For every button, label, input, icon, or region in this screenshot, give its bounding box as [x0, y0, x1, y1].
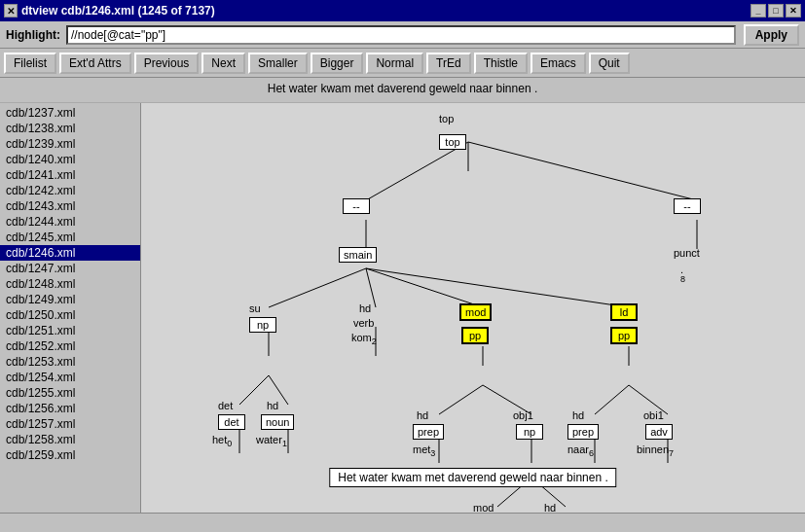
- app-title: dtview cdb/1246.xml (1245 of 7137): [21, 4, 215, 18]
- file-item[interactable]: cdb/1249.xml: [0, 292, 140, 307]
- quit-button[interactable]: Quit: [589, 53, 630, 74]
- tred-button[interactable]: TrEd: [426, 53, 471, 74]
- apply-button[interactable]: Apply: [744, 24, 799, 46]
- node-naar: naar6: [567, 443, 594, 458]
- next-button[interactable]: Next: [201, 53, 245, 74]
- node-obj1-pp1-cat: np: [516, 424, 543, 440]
- extd-attrs-button[interactable]: Ext'd Attrs: [59, 53, 131, 74]
- node-binnen: binnen7: [637, 443, 674, 458]
- file-item[interactable]: cdb/1248.xml: [0, 276, 140, 292]
- node-hd-np-role: hd: [267, 400, 278, 411]
- file-item[interactable]: cdb/1241.xml: [0, 167, 140, 183]
- file-item[interactable]: cdb/1244.xml: [0, 214, 140, 230]
- svg-line-7: [366, 268, 483, 307]
- node-dash-left: --: [343, 198, 370, 214]
- file-item[interactable]: cdb/1238.xml: [0, 121, 140, 136]
- node-ld-label: ld: [610, 303, 638, 321]
- svg-line-15: [439, 385, 483, 414]
- file-list[interactable]: cdb/1237.xmlcdb/1238.xmlcdb/1239.xmlcdb/…: [0, 103, 141, 513]
- status-bar: [0, 513, 805, 532]
- highlight-input[interactable]: [66, 25, 736, 45]
- tree-canvas: top top -- -- smain punct .: [152, 113, 794, 502]
- file-item[interactable]: cdb/1246.xml: [0, 245, 140, 261]
- node-obi1-role: obi1: [643, 409, 664, 421]
- node-hd-pp1-cat: prep: [413, 424, 444, 440]
- svg-line-17: [595, 385, 629, 414]
- node-mod-pp: pp: [461, 327, 489, 344]
- file-item[interactable]: cdb/1247.xml: [0, 261, 140, 276]
- file-item[interactable]: cdb/1259.xml: [0, 447, 140, 463]
- svg-line-6: [366, 268, 376, 307]
- sentence-bar: Het water kwam met daverend geweld naar …: [0, 78, 805, 103]
- node-hd-pp1-role: hd: [417, 409, 428, 421]
- bigger-button[interactable]: Bigger: [311, 53, 364, 74]
- svg-line-1: [366, 142, 468, 200]
- node-top-cat: top: [439, 134, 466, 150]
- filelist-button[interactable]: Filelist: [4, 53, 56, 74]
- title-bar: ✕ dtview cdb/1246.xml (1245 of 7137) _ □…: [0, 0, 805, 21]
- file-item[interactable]: cdb/1252.xml: [0, 338, 140, 354]
- smaller-button[interactable]: Smaller: [248, 53, 308, 74]
- node-obj1-pp1-role: obj1: [513, 409, 533, 421]
- file-item[interactable]: cdb/1242.xml: [0, 183, 140, 198]
- file-item[interactable]: cdb/1257.xml: [0, 416, 140, 432]
- node-smain: smain: [339, 247, 377, 263]
- minimize-button[interactable]: _: [750, 4, 766, 18]
- node-hd-np2-role: hd: [544, 502, 556, 513]
- node-hd-pp2-role: hd: [572, 409, 584, 421]
- node-mod-label: mod: [459, 303, 492, 321]
- node-hd-np-cat: noun: [261, 414, 294, 430]
- tree-area: top top -- -- smain punct .: [141, 103, 805, 513]
- file-item[interactable]: cdb/1245.xml: [0, 230, 140, 245]
- file-item[interactable]: cdb/1237.xml: [0, 105, 140, 121]
- node-det-cat: det: [218, 414, 245, 430]
- svg-line-13: [239, 375, 269, 405]
- node-punct-label: punct: [674, 247, 700, 259]
- highlight-label: Highlight:: [6, 28, 60, 42]
- file-item[interactable]: cdb/1254.xml: [0, 370, 140, 385]
- node-ld-pp: pp: [610, 327, 638, 344]
- previous-button[interactable]: Previous: [134, 53, 200, 74]
- maximize-button[interactable]: □: [768, 4, 784, 18]
- main-area: cdb/1237.xmlcdb/1238.xmlcdb/1239.xmlcdb/…: [0, 103, 805, 513]
- highlight-bar: Highlight: Apply: [0, 21, 805, 49]
- file-item[interactable]: cdb/1258.xml: [0, 432, 140, 447]
- svg-line-5: [269, 268, 366, 307]
- file-item[interactable]: cdb/1243.xml: [0, 198, 140, 214]
- node-met: met3: [413, 443, 435, 458]
- node-het: het0: [212, 434, 232, 448]
- node-verb: verb: [353, 317, 374, 329]
- node-water: water1: [256, 434, 287, 448]
- file-item[interactable]: cdb/1251.xml: [0, 323, 140, 338]
- file-item[interactable]: cdb/1255.xml: [0, 385, 140, 401]
- node-kom: kom2: [351, 332, 377, 346]
- file-list-inner: cdb/1237.xmlcdb/1238.xmlcdb/1239.xmlcdb/…: [0, 103, 140, 465]
- file-item[interactable]: cdb/1239.xml: [0, 136, 140, 152]
- file-item[interactable]: cdb/1253.xml: [0, 354, 140, 370]
- file-item[interactable]: cdb/1240.xml: [0, 152, 140, 167]
- node-np-su: np: [249, 317, 276, 333]
- node-dash-right: --: [674, 198, 701, 214]
- node-mod-np2-role: mod: [473, 502, 494, 513]
- thistle-button[interactable]: Thistle: [474, 53, 528, 74]
- node-top-role: top: [439, 113, 454, 124]
- node-det-role: det: [218, 400, 233, 411]
- node-punct-num: 8: [680, 274, 685, 284]
- node-obi1-cat: adv: [645, 424, 673, 440]
- sentence-text: Het water kwam met daverend geweld naar …: [268, 82, 537, 95]
- node-hd-pp2-cat: prep: [567, 424, 599, 440]
- node-hd-smain: hd: [359, 302, 371, 314]
- bottom-sentence: Het water kwam met daverend geweld naar …: [329, 468, 616, 487]
- svg-line-2: [468, 142, 697, 200]
- close-win-button[interactable]: ✕: [786, 4, 801, 18]
- toolbar: Filelist Ext'd Attrs Previous Next Small…: [0, 49, 805, 78]
- svg-line-8: [366, 268, 629, 307]
- file-item[interactable]: cdb/1250.xml: [0, 307, 140, 323]
- emacs-button[interactable]: Emacs: [531, 53, 586, 74]
- file-item[interactable]: cdb/1256.xml: [0, 401, 140, 416]
- close-button[interactable]: ✕: [4, 4, 18, 18]
- node-su: su: [249, 302, 261, 314]
- normal-button[interactable]: Normal: [366, 53, 423, 74]
